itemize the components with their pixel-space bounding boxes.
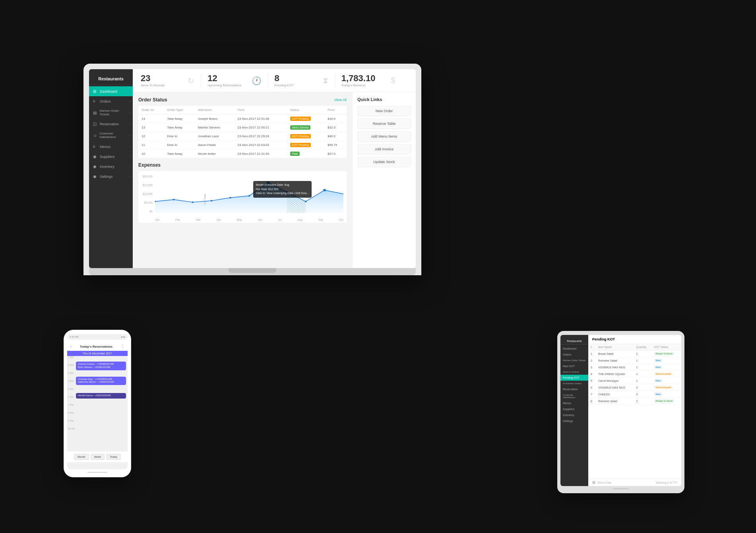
table-row[interactable]: 11 Dine In Aaron Fields 23-Nov-2017 22:0… [138,141,347,150]
reserve-table-button[interactable]: Reserve Table [357,119,411,129]
table-row[interactable]: 13 Take Away Martha Stevens 23-Nov-2017 … [138,123,347,132]
expenses-section: Expenses $20,000 $15,000 $10,000 $5,000 … [138,162,347,223]
tablet-sidebar-orders[interactable]: Orders [560,352,588,358]
tablet-sidebar-inventory[interactable]: Inventory [560,412,588,418]
tablet-cell-status: New [652,377,682,384]
phone-events-container: Victoria Andrew - +743090001498Brian Wes… [67,356,128,451]
tablet-cell-item: Carrot Moneypix [596,377,634,384]
chevron-right-icon5: › [130,145,130,148]
stat-number-reservations: 12 [207,74,241,83]
sidebar-label-reservation: Reservation [100,122,119,126]
tablet-sidebar-satisfaction[interactable]: Customer Satisfaction [560,392,588,400]
stat-number-kot: 8 [275,74,294,83]
update-stock-button[interactable]: Update Stock [357,157,411,167]
svg-point-4 [229,197,231,198]
chevron-right-icon6: › [130,155,130,158]
tablet-table-row[interactable]: 6 VISSIMUS MAX MUS 2 New Accepted [588,384,681,391]
tablet-cell-status: New Accepted [652,384,682,391]
table-row[interactable]: 14 Take Away Joseph Bravo 23-Nov-2017 22… [138,115,347,123]
tablet-content: # Item Name Quantity KOT Status 1 Bread … [588,344,681,479]
view-all-link[interactable]: View All [334,98,347,102]
sidebar-item-satisfaction[interactable]: ☺ Customer Satisfaction › [89,129,133,142]
tablet-table-row[interactable]: 5 Carrot Moneypix 1 New [588,377,681,384]
cell-order-type: Take Away [164,150,195,158]
tablet-cell-num: 7 [588,391,596,398]
chart-area: $20,000 $15,000 $10,000 $5,000 $0 Net To… [138,171,347,223]
sidebar-item-suppliers[interactable]: ◉ Suppliers › [89,152,133,161]
add-menu-items-button[interactable]: Add Menu Items [357,131,411,142]
tablet-col-qty: Quantity [634,344,651,350]
tablet-table-row[interactable]: 8 Romaine Salad 2 Ready To Serve [588,398,681,405]
tablet-col-name: Item Name [596,344,634,350]
order-table: Order ID Order Type Attendant Time Statu… [138,106,347,158]
table-row[interactable]: 10 Take Away Nicole Keller 23-Nov-2017 2… [138,150,347,158]
chevron-right-icon2: › [130,111,130,114]
tablet-table-row[interactable]: 3 VISSIMUS MAX MUS 1 New [588,364,681,371]
tablet-sidebar-items-queue[interactable]: Items In Queue [560,369,588,375]
sidebar-item-kot[interactable]: ▤ Kitchen Order Tickets › [89,106,133,119]
chevron-right-icon: › [130,100,130,103]
tablet-screen: Restaurants Dashboard Orders Kitchen Ord… [560,335,681,486]
week-button[interactable]: Week [91,454,105,460]
new-order-button[interactable]: New Order [357,106,411,116]
tablet-sidebar-settings[interactable]: Settings [560,418,588,424]
dashboard-icon: ⊞ [93,89,98,93]
phone-home-indicator [87,472,107,473]
table-row[interactable]: 12 Dine In Jonathan Lane 23-Nov-2017 22:… [138,132,347,141]
tablet-sidebar-menus[interactable]: Menus [560,400,588,406]
chevron-right-icon7: › [130,165,130,168]
svg-point-3 [211,200,213,202]
sidebar-item-reservation[interactable]: ◫ Reservation › [89,119,133,129]
kot-icon: ▤ [93,111,98,115]
tablet-header: Pending KOT [588,335,681,344]
chevron-right-icon3: › [130,123,130,125]
tablet-sidebar-kot[interactable]: Kitchen Order Tickets [560,358,588,363]
tablet-cell-status: New Accepted [652,371,682,377]
tablet-cell-qty: 1 [634,371,651,377]
phone-event-1: Victoria Andrew - +743090001498Brian Wes… [76,362,126,370]
tablet-page-title: Pending KOT [592,337,615,341]
tablet-sidebar-reservation[interactable]: Reservation [560,386,588,392]
tablet-sidebar-at-kitchen[interactable]: At Kitchen Orders [560,381,588,386]
tablet-cell-num: 4 [588,371,596,377]
add-invoice-button[interactable]: Add Invoice [357,144,411,154]
month-button[interactable]: Month [74,454,89,460]
tablet-cell-status: New [652,364,682,371]
reservation-icon: ◫ [93,122,98,126]
sidebar-item-menus[interactable]: ≡ Menus › [89,142,133,152]
col-time: Time [235,106,287,115]
cell-time: 23-Nov-2017 22:03:02 [235,141,287,150]
tablet-cell-item: VISSIMUS MAX MUS [596,384,634,391]
tablet-cell-qty: 1 [634,364,651,371]
phone-screen: ‹ Today's Reservations ⋮ Thu 14 December… [67,342,128,469]
cell-order-id: 11 [138,141,164,150]
tablet-table-row[interactable]: 7 CHEESN 2 New [588,391,681,398]
sidebar-item-settings[interactable]: ◉ Settings › [89,171,133,181]
cell-order-id: 14 [138,115,164,123]
tablet-kot-table: # Item Name Quantity KOT Status 1 Bread … [588,344,681,405]
suppliers-icon: ◉ [93,154,98,159]
reorder-icon: ↻ [188,76,194,86]
stats-row: 23 Items To Reorder ↻ 12 Upcoming Reserv… [133,69,416,92]
clock-icon: 🕐 [252,76,262,86]
tablet-sidebar-pending-kot[interactable]: Pending KOT [560,375,588,381]
tablet-sidebar-dashboard[interactable]: Dashboard [560,346,588,352]
sidebar-item-dashboard[interactable]: ⊞ Dashboard [89,86,133,96]
tablet-sidebar-new-kot[interactable]: New KOT [560,363,588,369]
stat-label-kot: Pending KOT [275,84,294,87]
tablet-table-row[interactable]: 4 THE GREEK SQUAD 1 New Accepted [588,371,681,377]
tablet-table-row[interactable]: 2 Romaine Salad 1 New [588,357,681,364]
phone-footer: Month Week Today [67,451,128,462]
today-button[interactable]: Today [106,454,121,460]
tablet-sidebar-suppliers[interactable]: Suppliers [560,406,588,412]
tablet-table-row[interactable]: 1 Bread Salad 2 Ready To Serve [588,350,681,357]
cell-order-type: Take Away [164,115,195,123]
sidebar-label-kot: Kitchen Order Tickets [100,109,129,116]
sidebar-item-orders[interactable]: ≡ Orders › [89,96,133,106]
cell-status: KOT Pending [287,141,324,150]
sidebar-item-inventory[interactable]: ◉ Inventory › [89,161,133,171]
sidebar-label-satisfaction: Customer Satisfaction [99,132,129,139]
phone-title: Today's Reservations [80,345,112,348]
tablet-cell-item: Bread Salad [596,350,634,357]
cell-time: 23-Nov-2017 22:51:36 [235,115,287,123]
